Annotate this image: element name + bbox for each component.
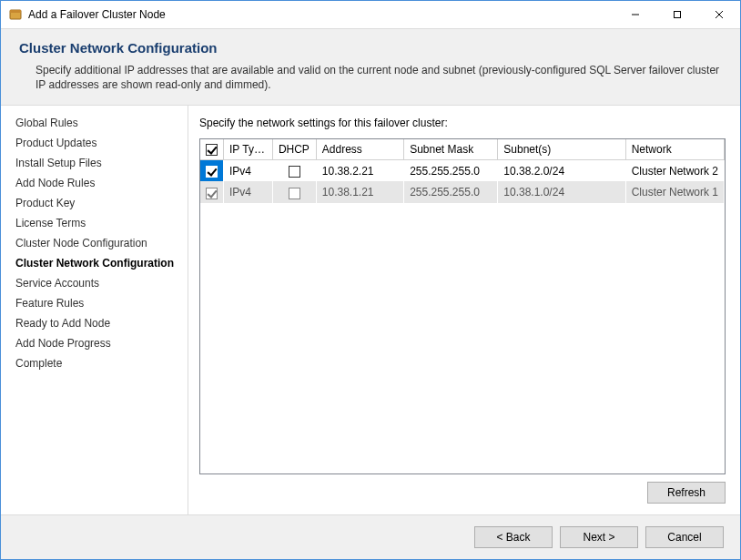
sidebar-step[interactable]: Add Node Rules bbox=[1, 173, 188, 193]
row-enable-cell bbox=[200, 181, 224, 203]
dhcp-checkbox[interactable] bbox=[289, 166, 300, 178]
cell-subnets: 10.38.1.0/24 bbox=[498, 181, 625, 203]
body: Global RulesProduct UpdatesInstall Setup… bbox=[1, 106, 740, 514]
minimize-button[interactable] bbox=[614, 1, 656, 28]
sidebar-step[interactable]: License Terms bbox=[1, 213, 188, 233]
cell-mask: 255.255.255.0 bbox=[404, 159, 498, 181]
col-subnets[interactable]: Subnet(s) bbox=[498, 139, 625, 159]
instruction-text: Specify the network settings for this fa… bbox=[199, 117, 726, 129]
dhcp-checkbox bbox=[289, 188, 300, 199]
cancel-button[interactable]: Cancel bbox=[645, 526, 724, 548]
row-enable-checkbox bbox=[206, 188, 218, 199]
table-row[interactable]: IPv410.38.2.21255.255.255.010.38.2.0/24C… bbox=[200, 159, 725, 181]
cell-dhcp[interactable] bbox=[272, 159, 316, 181]
sidebar-step[interactable]: Feature Rules bbox=[1, 293, 188, 313]
footer: < Back Next > Cancel bbox=[1, 514, 740, 559]
select-all-checkbox[interactable] bbox=[206, 144, 218, 156]
sidebar-step[interactable]: Service Accounts bbox=[1, 273, 188, 293]
sidebar-step[interactable]: Cluster Node Configuration bbox=[1, 233, 188, 253]
page-header: Cluster Network Configuration Specify ad… bbox=[1, 28, 740, 106]
header-checkbox-cell[interactable] bbox=[200, 139, 224, 159]
maximize-button[interactable] bbox=[656, 1, 698, 28]
cell-subnets: 10.38.2.0/24 bbox=[498, 159, 625, 181]
sidebar-step[interactable]: Product Updates bbox=[1, 133, 188, 153]
network-grid: IP Ty… DHCP Address Subnet Mask Subnet(s… bbox=[199, 138, 726, 474]
col-dhcp[interactable]: DHCP bbox=[272, 139, 316, 159]
row-enable-checkbox[interactable] bbox=[206, 166, 218, 178]
back-button[interactable]: < Back bbox=[474, 526, 553, 548]
page-title: Cluster Network Configuration bbox=[19, 40, 722, 56]
sidebar-step[interactable]: Product Key bbox=[1, 193, 188, 213]
sidebar-step[interactable]: Global Rules bbox=[1, 113, 188, 133]
app-icon bbox=[8, 7, 23, 22]
cell-dhcp bbox=[272, 181, 316, 203]
next-button[interactable]: Next > bbox=[560, 526, 638, 548]
window: Add a Failover Cluster Node Cluster Netw… bbox=[0, 0, 741, 560]
titlebar: Add a Failover Cluster Node bbox=[1, 1, 740, 28]
cell-network: Cluster Network 1 bbox=[625, 181, 724, 203]
sidebar-step[interactable]: Complete bbox=[1, 353, 188, 373]
refresh-button[interactable]: Refresh bbox=[647, 482, 726, 504]
grid-header-row: IP Ty… DHCP Address Subnet Mask Subnet(s… bbox=[200, 139, 725, 159]
sidebar-step[interactable]: Add Node Progress bbox=[1, 333, 188, 353]
col-mask[interactable]: Subnet Mask bbox=[404, 139, 498, 159]
svg-rect-1 bbox=[10, 10, 21, 13]
cell-iptype: IPv4 bbox=[224, 159, 273, 181]
sidebar-step[interactable]: Install Setup Files bbox=[1, 153, 188, 173]
sidebar-step[interactable]: Ready to Add Node bbox=[1, 313, 188, 333]
cell-mask: 255.255.255.0 bbox=[404, 181, 498, 203]
cell-iptype: IPv4 bbox=[224, 181, 273, 203]
col-address[interactable]: Address bbox=[316, 139, 403, 159]
table-row: IPv410.38.1.21255.255.255.010.38.1.0/24C… bbox=[200, 181, 725, 203]
window-title: Add a Failover Cluster Node bbox=[28, 8, 614, 21]
main-panel: Specify the network settings for this fa… bbox=[188, 106, 740, 514]
col-iptype[interactable]: IP Ty… bbox=[224, 139, 273, 159]
close-button[interactable] bbox=[698, 1, 740, 28]
cell-address: 10.38.1.21 bbox=[316, 181, 403, 203]
sidebar-step[interactable]: Cluster Network Configuration bbox=[1, 253, 188, 273]
cell-network: Cluster Network 2 bbox=[625, 159, 724, 181]
col-network[interactable]: Network bbox=[625, 139, 724, 159]
cell-address[interactable]: 10.38.2.21 bbox=[316, 159, 403, 181]
refresh-row: Refresh bbox=[199, 474, 726, 504]
page-description: Specify additional IP addresses that are… bbox=[19, 63, 722, 92]
row-enable-cell[interactable] bbox=[200, 159, 224, 181]
svg-rect-3 bbox=[675, 12, 681, 18]
sidebar: Global RulesProduct UpdatesInstall Setup… bbox=[1, 106, 188, 514]
